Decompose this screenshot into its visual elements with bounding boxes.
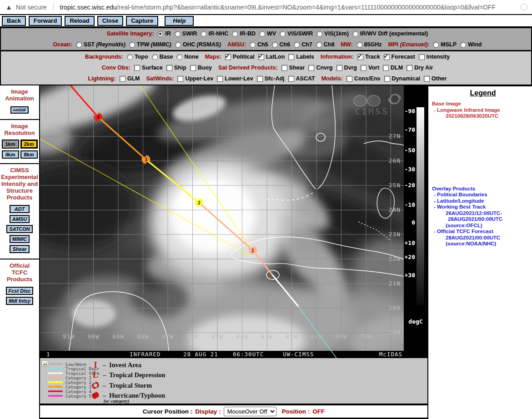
checkbox-icon[interactable]	[383, 65, 389, 71]
radio-ir-nhc[interactable]: IR-NHC	[201, 30, 228, 37]
radio-icon[interactable]	[433, 42, 439, 48]
radio-ch7[interactable]: Ch7	[294, 41, 312, 48]
radio-icon[interactable]	[176, 54, 182, 60]
radio-icon[interactable]	[201, 31, 206, 37]
checkbox-icon[interactable]	[257, 76, 263, 82]
radio-icon[interactable]	[272, 42, 278, 48]
radio-ohc[interactable]: OHC(RSMAS)	[175, 41, 221, 48]
checkbox-icon[interactable]	[308, 65, 314, 71]
browser-address-bar[interactable]: ▲︎ Not secure tropic.ssec.wisc.edu/real-…	[0, 0, 532, 15]
adt-button[interactable]: ADT	[10, 205, 30, 213]
radio-tpw[interactable]: TPW(MIMIC)	[129, 41, 171, 48]
checkbox-icon[interactable]	[336, 65, 342, 71]
checkbox-latlon[interactable]: ✓LatLon	[258, 54, 285, 60]
checkbox-icon[interactable]: ✓	[357, 54, 363, 60]
checkbox-ascat[interactable]: ASCAT	[288, 75, 315, 82]
help-button[interactable]: Help	[165, 16, 194, 26]
radio-icon[interactable]	[152, 54, 158, 60]
radio-vis-swir[interactable]: VIS/SWIR	[280, 30, 313, 37]
radio-85ghz[interactable]: 85GHz	[356, 41, 382, 48]
4km-button[interactable]: 4km	[2, 150, 19, 159]
capture-button[interactable]: Capture	[126, 16, 158, 26]
checkbox-vort[interactable]: Vort	[361, 65, 379, 71]
radio-mslp[interactable]: MSLP	[433, 41, 457, 48]
checkbox-forecast[interactable]: ✓Forecast	[384, 54, 415, 60]
checkbox-icon[interactable]	[361, 65, 366, 71]
amsu-button[interactable]: AMSU	[10, 215, 30, 223]
radio-ch8[interactable]: Ch8	[316, 41, 335, 48]
checkbox-icon[interactable]	[217, 76, 223, 82]
checkbox-icon[interactable]	[424, 76, 430, 82]
close-button[interactable]: Close	[97, 16, 123, 26]
checkbox-dry-air[interactable]: Dry Air	[407, 65, 433, 71]
radio-icon[interactable]	[352, 31, 358, 37]
radio-icon[interactable]	[175, 31, 181, 37]
radio-icon[interactable]	[76, 42, 82, 48]
mdl-intsy-button[interactable]: Mdl Intsy	[6, 297, 33, 305]
radio-icon[interactable]	[294, 42, 300, 48]
radio-icon[interactable]	[356, 42, 362, 48]
checkbox-cons-ens[interactable]: Cons/Ens	[346, 75, 381, 82]
radio-vis-1km[interactable]: VIS(1km)	[316, 30, 349, 37]
2km-button[interactable]: 2km	[20, 140, 38, 149]
radio-ir[interactable]: IR	[157, 30, 171, 37]
checkbox-icon[interactable]	[120, 76, 125, 82]
checkbox-cnvrg[interactable]: Cnvrg	[308, 65, 332, 71]
checkbox-labels[interactable]: Labels	[288, 54, 314, 60]
radio-icon[interactable]	[259, 31, 265, 37]
url-host[interactable]: tropic.ssec.wisc.edu	[60, 4, 117, 11]
checkbox-intensity[interactable]: Intensity	[419, 54, 450, 60]
radio-base[interactable]: Base	[152, 54, 173, 60]
checkbox-sfc-adj[interactable]: Sfc-Adj	[257, 75, 285, 82]
checkbox-dlm[interactable]: DLM	[383, 65, 403, 71]
checkbox-icon[interactable]	[288, 76, 294, 82]
checkbox-other[interactable]: Other	[424, 75, 447, 82]
checkbox-icon[interactable]	[384, 76, 390, 82]
fcst-disc-button[interactable]: Fcst Disc	[6, 287, 34, 295]
radio-ir-bd[interactable]: IR-BD	[232, 30, 256, 37]
checkbox-political[interactable]: ✓Political	[225, 54, 255, 60]
radio-ch5[interactable]: Ch5	[250, 41, 268, 48]
back-button[interactable]: Back	[2, 16, 26, 26]
radio-none[interactable]: None	[176, 54, 198, 60]
checkbox-icon[interactable]	[281, 65, 287, 71]
shear-button[interactable]: Shear	[10, 245, 30, 253]
checkbox-icon[interactable]	[419, 54, 425, 60]
checkbox-dvrg[interactable]: Dvrg	[336, 65, 357, 71]
radio-sst[interactable]: SST(Reynolds)	[76, 41, 125, 48]
radio-icon[interactable]	[280, 31, 286, 37]
checkbox-buoy[interactable]: Buoy	[190, 65, 212, 71]
radio-icon[interactable]	[316, 31, 322, 37]
radio-icon[interactable]	[316, 42, 322, 48]
satellite-map-image[interactable]: CIMSS 1 INFRARED 28 AUG 21 06:30UTC UW-C…	[40, 85, 404, 358]
anigif-button[interactable]: AniGIF	[10, 106, 29, 114]
radio-ch6[interactable]: Ch6	[272, 41, 291, 48]
url-path[interactable]: /real-time/storm.php?&basin=atlantic&sna…	[117, 4, 496, 11]
radio-topo[interactable]: Topo	[127, 54, 148, 60]
checkbox-icon[interactable]	[407, 65, 412, 71]
radio-icon[interactable]	[127, 54, 133, 60]
radio-wv[interactable]: WV	[259, 30, 276, 37]
checkbox-dynamical[interactable]: Dynamical	[384, 75, 421, 82]
forward-button[interactable]: Forward	[29, 16, 62, 26]
radio-icon[interactable]	[460, 42, 466, 48]
checkbox-icon[interactable]	[177, 76, 183, 82]
checkbox-icon[interactable]: ✓	[225, 54, 231, 60]
satcon-button[interactable]: SATCON	[6, 225, 33, 233]
checkbox-shear[interactable]: Shear	[281, 65, 305, 71]
radio-ir-wv-diff-experimental[interactable]: IR/WV Diff (experimental)	[352, 30, 428, 37]
checkbox-icon[interactable]	[134, 65, 140, 71]
checkbox-track[interactable]: ✓Track	[357, 54, 380, 60]
radio-swir[interactable]: SWIR	[175, 30, 197, 37]
checkbox-icon[interactable]	[166, 65, 172, 71]
mimic-button[interactable]: MIMIC	[10, 235, 30, 243]
radio-icon[interactable]	[250, 42, 256, 48]
checkbox-icon[interactable]	[288, 54, 294, 60]
1km-button[interactable]: 1km	[2, 140, 19, 149]
browser-action-icon[interactable]	[521, 4, 527, 10]
checkbox-glm[interactable]: GLM	[120, 75, 140, 82]
8km-button[interactable]: 8km	[20, 150, 38, 159]
checkbox-icon[interactable]	[190, 65, 196, 71]
radio-icon[interactable]	[157, 31, 163, 37]
checkbox-lower-lev[interactable]: Lower-Lev	[217, 75, 253, 82]
